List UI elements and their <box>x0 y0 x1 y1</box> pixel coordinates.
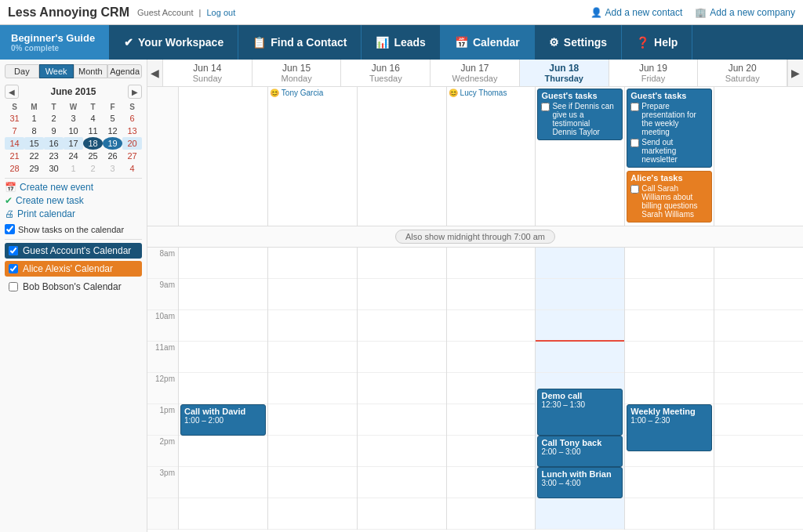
tony-garcia-link[interactable]: Tony Garcia <box>282 89 323 97</box>
call-tony-back-event[interactable]: Call Tony back 2:00 – 3:00 <box>537 436 623 467</box>
create-event-link[interactable]: 📅 Create new event <box>5 182 142 193</box>
mini-cal-day[interactable]: 14 <box>5 137 24 150</box>
day-col-sun[interactable]: Call with David 1:00 – 2:00 <box>179 248 268 530</box>
mini-cal-day[interactable]: 15 <box>24 137 44 150</box>
mini-cal-day[interactable]: 6 <box>122 112 142 125</box>
nav-workspace[interactable]: ✔ Your Workspace <box>110 25 238 60</box>
mini-cal-day[interactable]: 19 <box>103 137 122 150</box>
mini-calendar: ◀ June 2015 ▶ S M T W T F S 3 <box>5 83 142 175</box>
mini-cal-day[interactable]: 27 <box>122 150 142 162</box>
week-date-sat: Jun 20 <box>699 63 785 74</box>
calendar-guest[interactable]: Guest Account's Calendar <box>5 243 142 259</box>
view-agenda-button[interactable]: Agenda <box>107 64 142 78</box>
hour-16-sun <box>179 498 267 530</box>
nav-leads[interactable]: 📊 Leads <box>362 25 440 60</box>
logout-link[interactable]: Log out <box>207 8 236 17</box>
mini-cal-day[interactable]: 1 <box>24 112 44 125</box>
person-emoji-icon: 😊 <box>270 89 279 97</box>
mini-cal-day[interactable]: 4 <box>122 162 142 175</box>
beginners-guide-nav[interactable]: Beginner's Guide 0% complete <box>0 25 110 60</box>
mini-cal-day[interactable]: 13 <box>122 125 142 137</box>
nav-calendar[interactable]: 📅 Calendar <box>441 25 535 60</box>
presentation-task-checkbox[interactable] <box>630 103 639 111</box>
mini-cal-prev-button[interactable]: ◀ <box>5 85 19 99</box>
mini-cal-header-w: W <box>64 102 83 112</box>
day-col-sat[interactable] <box>714 248 803 530</box>
demo-call-event[interactable]: Demo call 12:30 – 1:30 <box>537 389 623 436</box>
day-col-wed[interactable] <box>447 248 536 530</box>
add-company-button[interactable]: 🏢 Add a new company <box>695 7 795 18</box>
main: Day Week Month Agenda ◀ June 2015 ▶ S M … <box>0 60 803 532</box>
mini-cal-day[interactable]: 1 <box>64 162 83 175</box>
mini-cal-day[interactable]: 31 <box>5 112 24 125</box>
nav-find-contact[interactable]: 📋 Find a Contact <box>238 25 362 60</box>
mini-cal-day[interactable]: 3 <box>64 112 83 125</box>
mini-cal-next-button[interactable]: ▶ <box>128 85 142 99</box>
mini-cal-day[interactable]: 7 <box>5 125 24 137</box>
mini-cal-day[interactable]: 24 <box>64 150 83 162</box>
weekly-meeting-event[interactable]: Weekly Meeting 1:00 – 2:30 <box>627 404 712 451</box>
mini-cal-day[interactable]: 10 <box>64 125 83 137</box>
mini-cal-day[interactable]: 8 <box>24 125 44 137</box>
nav-help[interactable]: ❓ Help <box>622 25 692 60</box>
newsletter-task-checkbox[interactable] <box>630 139 639 147</box>
create-task-link[interactable]: ✔ Create new task <box>5 195 142 206</box>
mini-cal-day[interactable]: 28 <box>5 162 24 175</box>
mini-cal-day[interactable]: 21 <box>5 150 24 162</box>
demo-call-title: Demo call <box>541 391 619 400</box>
day-col-fri[interactable]: Weekly Meeting 1:00 – 2:30 <box>625 248 714 530</box>
calendar-alice-checkbox[interactable] <box>9 264 18 273</box>
mini-cal-day[interactable]: 17 <box>64 137 83 150</box>
mini-cal-day[interactable]: 23 <box>44 150 64 162</box>
mini-cal-day[interactable]: 16 <box>44 137 64 150</box>
view-day-button[interactable]: Day <box>5 64 39 78</box>
calendar-bob-checkbox[interactable] <box>9 282 18 291</box>
nav-settings[interactable]: ⚙ Settings <box>535 25 622 60</box>
sarah-williams-link[interactable]: Sarah Williams <box>641 210 694 219</box>
mini-cal-day[interactable]: 12 <box>103 125 122 137</box>
mini-cal-day[interactable]: 18 <box>83 137 103 150</box>
dennis-taylor-link[interactable]: Dennis Taylor <box>552 128 599 136</box>
view-month-button[interactable]: Month <box>74 64 108 78</box>
day-col-mon[interactable] <box>268 248 358 530</box>
calendar-add-icon: 📅 <box>5 182 16 193</box>
mini-cal-day[interactable]: 29 <box>24 162 44 175</box>
mini-cal-day[interactable]: 9 <box>44 125 64 137</box>
allday-col-fri: Guest's tasks Prepare presentation for t… <box>625 87 714 226</box>
day-col-tue[interactable] <box>358 248 447 530</box>
mini-cal-day[interactable]: 4 <box>83 112 103 125</box>
guest-tasks-thu-header: Guest's tasks <box>541 91 619 100</box>
lunch-brian-event[interactable]: Lunch with Brian 3:00 – 4:00 <box>537 467 623 498</box>
midnight-show-button[interactable]: Also show midnight through 7:00 am <box>395 230 555 244</box>
call-with-david-event[interactable]: Call with David 1:00 – 2:00 <box>180 404 266 436</box>
lucy-thomas-event[interactable]: 😊 Lucy Thomas <box>449 89 534 97</box>
lucy-thomas-link[interactable]: Lucy Thomas <box>460 89 507 97</box>
week-day-thu: Thursday <box>521 74 607 83</box>
dennis-task-checkbox[interactable] <box>541 103 550 111</box>
mini-cal-day[interactable]: 22 <box>24 150 44 162</box>
day-col-thu[interactable]: Demo call 12:30 – 1:30 Call Tony back 2:… <box>536 248 625 530</box>
mini-cal-day[interactable]: 2 <box>83 162 103 175</box>
calendar-bob[interactable]: Bob Bobson's Calendar <box>5 279 142 295</box>
calendar-guest-checkbox[interactable] <box>9 246 18 255</box>
view-week-button[interactable]: Week <box>39 64 74 78</box>
week-col-wed: Jun 17 Wednesday <box>431 60 520 86</box>
mini-cal-day[interactable]: 25 <box>83 150 103 162</box>
nav-settings-label: Settings <box>564 36 607 49</box>
mini-cal-day[interactable]: 20 <box>122 137 142 150</box>
mini-cal-day[interactable]: 2 <box>44 112 64 125</box>
mini-cal-day[interactable]: 3 <box>103 162 122 175</box>
week-prev-button[interactable]: ◀ <box>147 60 163 86</box>
mini-cal-day[interactable]: 30 <box>44 162 64 175</box>
mini-cal-day[interactable]: 5 <box>103 112 122 125</box>
tony-garcia-event[interactable]: 😊 Tony Garcia <box>270 89 355 97</box>
week-next-button[interactable]: ▶ <box>787 60 803 86</box>
mini-cal-day[interactable]: 26 <box>103 150 122 162</box>
add-contact-button[interactable]: 👤 Add a new contact <box>590 7 683 18</box>
sarah-task-checkbox[interactable] <box>630 185 639 194</box>
print-calendar-link[interactable]: 🖨 Print calendar <box>5 208 142 219</box>
calendar-alice[interactable]: Alice Alexis' Calendar <box>5 261 142 277</box>
mini-cal-day[interactable]: 11 <box>83 125 103 137</box>
mini-cal-table: S M T W T F S 31123456789101112131415161… <box>5 102 142 175</box>
show-tasks-checkbox[interactable] <box>5 224 15 234</box>
